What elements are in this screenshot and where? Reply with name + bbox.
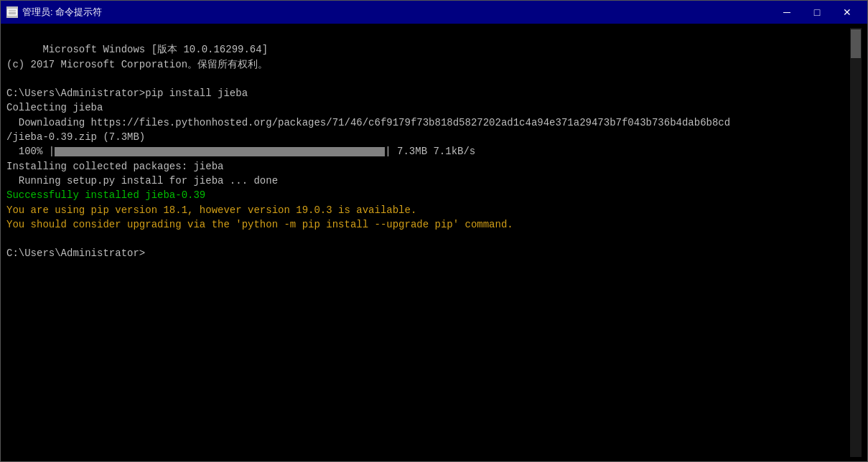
console-warning-line1: You are using pip version 18.1, however … — [6, 204, 513, 230]
minimize-button[interactable]: ─ — [773, 4, 801, 21]
scrollbar[interactable] — [850, 28, 862, 457]
console-line-1: Microsoft Windows [版本 10.0.16299.64] (c)… — [6, 44, 730, 143]
title-bar: 管理员: 命令提示符 ─ □ ✕ — [1, 1, 867, 24]
cmd-window: 管理员: 命令提示符 ─ □ ✕ Microsoft Windows [版本 1… — [0, 0, 868, 462]
console-area: Microsoft Windows [版本 10.0.16299.64] (c)… — [1, 24, 867, 461]
window-icon — [6, 6, 18, 18]
close-button[interactable]: ✕ — [833, 4, 862, 21]
console-success-line: Successfully installed jieba-0.39 — [6, 189, 205, 201]
progress-bar-filled — [55, 147, 385, 156]
console-content[interactable]: Microsoft Windows [版本 10.0.16299.64] (c)… — [6, 28, 850, 457]
maximize-button[interactable]: □ — [803, 4, 831, 21]
window-title: 管理员: 命令提示符 — [22, 6, 773, 19]
window-controls: ─ □ ✕ — [773, 4, 862, 21]
scrollbar-thumb[interactable] — [851, 29, 861, 58]
console-progress-label: 100% | — [6, 146, 55, 157]
svg-rect-0 — [8, 9, 17, 15]
console-prompt-line: C:\Users\Administrator> — [6, 248, 145, 259]
